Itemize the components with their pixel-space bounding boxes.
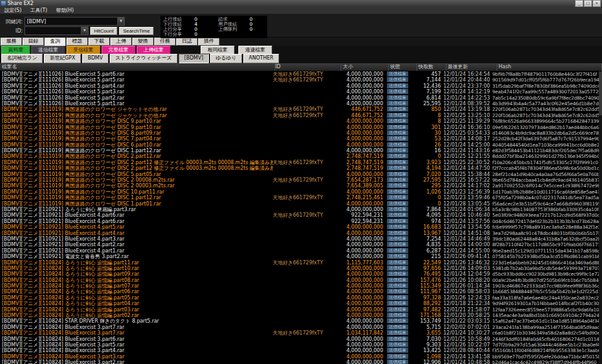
cell-id: [273, 360, 338, 364]
tab[interactable]: 日誌: [176, 37, 198, 46]
menu-item[interactable]: 帮助(H): [51, 7, 78, 14]
keyword-combobox[interactable]: [BDMV] ▼: [24, 17, 125, 26]
table-row[interactable]: [BDMV][アニメ][110824] るろうに剣心 追憶編.part10.ra…: [0, 266, 602, 271]
table-row[interactable]: [BDMV][アニメ][110824] BlueExorcist 3.part4…: [0, 348, 602, 353]
cell-filename: [BDMV][アニメ][110824] BlueExorcist 3.part6…: [0, 336, 273, 342]
keyword-button[interactable]: BDMV: [82, 54, 108, 63]
tab[interactable]: 變換: [132, 37, 154, 46]
table-row[interactable]: [BDMV][アニメ][111019] 異国迷路のクロワーゼ DISC 2.pa…: [0, 160, 602, 165]
table-row[interactable]: [BDMV][アニメ][110824] るろうに剣心 追憶編.part05.ra…: [0, 295, 602, 301]
table-row[interactable]: [BDMV][アニメ][110921] BlueExorcist 4.part2…: [0, 242, 602, 247]
table-row[interactable]: [BDMV][アニメ][110921] BlueExorcist 4.part5…: [0, 224, 602, 230]
table-row[interactable]: [BDMV][アニメ][111019] 異国迷路のクロワーゼ DISC 7.pa…: [0, 136, 602, 142]
table-row[interactable]: [BDMV][アニメ][111019] 異国迷路のクロワーゼ DISC 2.pa…: [0, 153, 602, 159]
keyword-button[interactable]: 新世紀GPX: [44, 54, 81, 63]
table-row[interactable]: [BDMV][アニメ][111026] BlueExorcist 5.part1…: [0, 101, 602, 107]
filter-button[interactable]: 送信檔案: [31, 46, 65, 55]
tab[interactable]: 目録: [23, 37, 44, 46]
table-row[interactable]: [BDMV][アニメ][111026] BlueExorcist 5.part6…: [0, 71, 602, 77]
table-row[interactable]: [BDMV][アニメ][110824] BlueExorcist 3.part7…: [0, 330, 602, 336]
table-row[interactable]: [BDMV][アニメ][110824] るろうに剣心 追憶編.part04.ra…: [0, 301, 602, 306]
filter-button[interactable]: 受信檔案: [66, 46, 100, 55]
table-row[interactable]: [BDMV][アニメ][110824] るろうに剣心 追憶編.part09.ra…: [0, 271, 602, 277]
filter-button[interactable]: 過濾檔案: [238, 46, 272, 55]
tab[interactable]: 査詢: [45, 37, 66, 46]
table-row[interactable]: [BDMV][アニメ][111019] 異国迷路のクロワーゼ DISC 9.pa…: [0, 118, 602, 124]
table-row[interactable]: [BDMV][アニメ][110921] BlueExorcist 4.part4…: [0, 231, 602, 236]
close-button[interactable]: ×: [593, 0, 601, 7]
keyword-button[interactable]: ゆるゆり: [210, 54, 242, 63]
table-row[interactable]: [BDMV][アニメ][110824] STAR DRIVER 輝きのタクト 8…: [0, 318, 602, 324]
column-header-size[interactable]: 大小: [341, 63, 389, 71]
filter-button[interactable]: 上傳檔案: [137, 46, 171, 55]
filter-button[interactable]: 相同檔案: [201, 46, 235, 55]
keyword-button[interactable]: ストライクウィッチーズ: [110, 54, 177, 63]
menu-item[interactable]: 工具(T): [26, 7, 51, 14]
table-row[interactable]: [BDMV][アニメ][111026] BlueExorcist 5.part4…: [0, 83, 602, 89]
table-row[interactable]: [BDMV][アニメ][110824] BlueExorcist 3.part2…: [0, 360, 602, 364]
keyword-button[interactable]: 名詞補完ラン: [1, 54, 43, 63]
chevron-down-icon[interactable]: ▼: [117, 18, 124, 25]
table-row[interactable]: [BDMV][アニメ][110921] BlueExorcist 4.part6…: [0, 219, 602, 224]
column-header-updated[interactable]: 最後更新: [446, 63, 497, 71]
table-row[interactable]: [BDMV][アニメ][111019] 異国迷路のクロワーゼ DISC 9.pa…: [0, 125, 602, 130]
table-row[interactable]: [BDMV][アニメ][111019] 異国迷路のクロワーゼ DISC 5.pa…: [0, 172, 602, 177]
minimize-button[interactable]: _: [575, 0, 583, 7]
tab[interactable]: 任務: [154, 37, 176, 46]
table-row[interactable]: [BDMV][アニメ][110824] るろうに剣心 追憶編.part02.ra…: [0, 313, 602, 318]
table-row[interactable]: [BDMV][アニメ][110824] るろうに剣心 追憶編.part03.ra…: [0, 307, 602, 313]
table-row[interactable]: [BDMV][アニメ][111019] 異国迷路のクロワーゼ DISC 1.pa…: [0, 195, 602, 200]
tab[interactable]: 下載: [88, 37, 110, 46]
table-row[interactable]: [BDMV][アニメ][111019] 異国迷路のクロワーゼ DISC 2 00…: [0, 177, 602, 183]
maximize-button[interactable]: □: [584, 0, 592, 7]
column-header-status[interactable]: 状態: [389, 63, 417, 71]
status-filter-bar: 資料庫 送信檔案 受信檔案 完整檔案 上傳檔案 相同檔案 過濾檔案: [0, 46, 602, 54]
column-header-hash[interactable]: Hash: [497, 63, 602, 71]
chevron-down-icon[interactable]: ▼: [81, 27, 88, 34]
table-row[interactable]: [BDMV][アニメ][110824] BlueExorcist 3.part5…: [0, 342, 602, 348]
table-row[interactable]: [BDMV][アニメ][111026] BlueExorcist 5.part5…: [0, 77, 602, 83]
table-row[interactable]: [BDMV][アニメ][111019] 異国迷路のクロワーゼ DISC 2.pa…: [0, 165, 602, 171]
keyword-button[interactable]: [BDMV]: [179, 54, 209, 63]
table-row[interactable]: [BDMV][アニメ][110921] BlueExorcist 4.part6…: [0, 212, 602, 218]
table-row[interactable]: [BDMV][アニメ][110824] るろうに剣心 追憶編.part08.ra…: [0, 278, 602, 283]
table-row[interactable]: [BDMV][アニメ][111019] 異国迷路のクロワーゼ DISC 1.pa…: [0, 148, 602, 153]
searchtime-button[interactable]: SearchTime: [119, 27, 154, 35]
column-header-cache[interactable]: 快取数: [417, 63, 446, 71]
table-row[interactable]: [BDMV][アニメ][110824] るろうに剣心 追憶編.part11.ra…: [0, 260, 602, 266]
vertical-scrollbar[interactable]: [599, 71, 602, 364]
tab[interactable]: 服務: [1, 37, 22, 46]
table-row[interactable]: [BDMV][アニメ][110824] BlueExorcist 3.part7…: [0, 325, 602, 330]
table-row[interactable]: [BDMV][アニメ][111019] 異国迷路のクロワーゼ DISC 10.p…: [0, 189, 602, 195]
table-row[interactable]: [BDMV][アニメ][110824] るろうに剣心 追憶編.part07.ra…: [0, 283, 602, 289]
filter-button[interactable]: 完整檔案: [102, 46, 135, 55]
table-row[interactable]: [BDMV][アニメ][110921] 電波女と青春男 3.part2.rar …: [0, 254, 602, 259]
table-row[interactable]: [BDMV][アニメ][110824] BlueExorcist 3.part3…: [0, 354, 602, 360]
table-row[interactable]: [BDMV][アニメ][111019] 異国迷路のクロワーゼ DISC 8.pa…: [0, 130, 602, 136]
hitcount-button[interactable]: HitCount: [90, 27, 117, 35]
tab[interactable]: 上傳: [110, 37, 132, 46]
table-row[interactable]: [BDMV][アニメ][111019] 異国迷路のクロワーゼ ジャケットその他.…: [0, 107, 602, 112]
table-row[interactable]: [BDMV][アニメ][110824] るろうに剣心 追憶編.part06.ra…: [0, 289, 602, 294]
filter-button[interactable]: 資料庫: [1, 46, 30, 55]
table-row[interactable]: [BDMV][アニメ][111026] BlueExorcist 5.part2…: [0, 95, 602, 101]
id-combobox[interactable]: ▼: [24, 26, 88, 35]
column-header-filename[interactable]: 檔案名: [0, 63, 275, 71]
table-row[interactable]: [BDMV][アニメ][111019] 異国迷路のクロワーゼ DISC 2 00…: [0, 183, 602, 189]
table-row[interactable]: [BDMV][アニメ][110824] BlueExorcist 3.part6…: [0, 336, 602, 342]
table-row[interactable]: [BDMV][アニメ][110921] るろうに剣心 星霜編.part3.rar…: [0, 207, 602, 212]
tab[interactable]: 標題: [66, 37, 88, 46]
table-row[interactable]: [BDMV][アニメ][110921] BlueExorcist 4.part3…: [0, 236, 602, 242]
cell-hash: 3ea7d298aa8c91c478dbc48031bf0b0b6b5b17b0: [492, 231, 602, 236]
cell-size: 4,000,000,000: [338, 313, 387, 318]
table-row[interactable]: [BDMV][アニメ][111019] 異国迷路のクロワーゼ ジャケットその他.…: [0, 113, 602, 118]
tab[interactable]: 插件: [198, 37, 219, 46]
table-row[interactable]: [BDMV][アニメ][111019] 異国迷路のクロワーゼ DISC 1.pa…: [0, 201, 602, 207]
table-row[interactable]: [BDMV][アニメ][111019] 異国迷路のクロワーゼ DISC 6.pa…: [0, 142, 602, 148]
scrollbar-thumb[interactable]: [599, 71, 602, 115]
table-row[interactable]: [BDMV][アニメ][111026] BlueExorcist 5.part3…: [0, 89, 602, 95]
column-header-id[interactable]: ID: [275, 63, 341, 71]
menu-item[interactable]: 設定(S): [0, 7, 26, 14]
table-row[interactable]: [BDMV][アニメ][110921] BlueExorcist 4.part1…: [0, 248, 602, 254]
keyword-button[interactable]: ANOTHER: [243, 54, 279, 63]
